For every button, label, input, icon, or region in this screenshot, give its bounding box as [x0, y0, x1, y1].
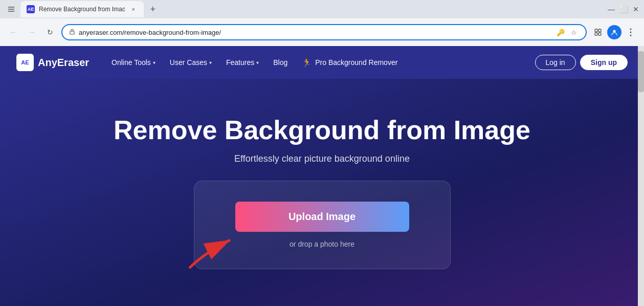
- more-options-button[interactable]: [624, 25, 638, 39]
- window-controls: — ⬜ ✕: [607, 5, 640, 13]
- key-icon[interactable]: 🔑: [555, 27, 566, 38]
- navbar: AE AnyEraser Online Tools ▾ User Cases ▾…: [0, 46, 644, 79]
- chevron-down-icon: ▾: [256, 60, 259, 65]
- svg-point-7: [630, 32, 632, 33]
- url-right-icons: 🔑 ☆: [555, 27, 580, 38]
- forward-button[interactable]: →: [25, 25, 39, 39]
- tab-list-button[interactable]: [4, 2, 18, 16]
- upload-image-button[interactable]: Upload Image: [235, 202, 409, 232]
- upload-card: Upload Image or drop a photo here: [194, 181, 451, 269]
- active-tab[interactable]: AE Remove Background from Imac ×: [20, 1, 144, 17]
- tab-title: Remove Background from Imac: [39, 6, 125, 13]
- svg-rect-3: [595, 33, 597, 35]
- nav-right: Log in Sign up: [535, 55, 628, 70]
- logo-text: AnyEraser: [38, 57, 89, 69]
- svg-point-8: [630, 35, 632, 36]
- profile-button[interactable]: [607, 25, 621, 39]
- browser-chrome: AE Remove Background from Imac × + — ⬜ ✕…: [0, 0, 644, 46]
- hero-subtitle: Effortlessly clear picture background on…: [234, 154, 410, 164]
- svg-point-6: [630, 29, 632, 30]
- scrollbar-thumb[interactable]: [638, 51, 644, 92]
- nav-item-online-tools[interactable]: Online Tools ▾: [105, 55, 162, 70]
- drop-text: or drop a photo here: [290, 240, 354, 248]
- chevron-down-icon: ▾: [209, 60, 212, 65]
- address-bar: ← → ↻ anyeraser.com/remove-background-fr…: [0, 18, 644, 46]
- new-tab-button[interactable]: +: [146, 2, 160, 16]
- refresh-button[interactable]: ↻: [43, 25, 57, 39]
- svg-rect-1: [595, 29, 597, 32]
- svg-rect-4: [598, 33, 601, 35]
- svg-point-5: [613, 30, 616, 33]
- url-text: anyeraser.com/remove-background-from-ima…: [79, 29, 552, 36]
- signup-button[interactable]: Sign up: [580, 55, 628, 70]
- login-button[interactable]: Log in: [535, 55, 576, 70]
- logo[interactable]: AE AnyEraser: [16, 54, 89, 71]
- svg-rect-2: [598, 29, 601, 32]
- svg-rect-0: [70, 31, 74, 34]
- pro-icon: 🏃: [302, 58, 312, 68]
- nav-items: Online Tools ▾ User Cases ▾ Features ▾ B…: [105, 55, 535, 71]
- tab-close-button[interactable]: ×: [129, 5, 138, 13]
- maximize-button[interactable]: ⬜: [619, 5, 628, 13]
- logo-icon: AE: [16, 54, 34, 71]
- nav-item-blog[interactable]: Blog: [267, 55, 294, 70]
- tab-favicon: AE: [27, 5, 35, 13]
- nav-item-features[interactable]: Features ▾: [220, 55, 265, 70]
- hero-section: Remove Background from Image Effortlessl…: [0, 79, 644, 306]
- scrollbar[interactable]: [638, 46, 644, 306]
- nav-item-pro[interactable]: 🏃 Pro Background Remover: [296, 55, 404, 71]
- minimize-button[interactable]: —: [607, 5, 615, 13]
- browser-right-buttons: [591, 25, 638, 39]
- chevron-down-icon: ▾: [153, 60, 156, 65]
- secure-icon: [69, 28, 76, 37]
- extensions-button[interactable]: [591, 25, 605, 39]
- nav-item-user-cases[interactable]: User Cases ▾: [164, 55, 218, 70]
- hero-title: Remove Background from Image: [114, 116, 530, 145]
- bookmark-icon[interactable]: ☆: [568, 27, 580, 38]
- website: AE AnyEraser Online Tools ▾ User Cases ▾…: [0, 46, 644, 306]
- back-button[interactable]: ←: [6, 25, 20, 39]
- title-bar: AE Remove Background from Imac × + — ⬜ ✕: [0, 0, 644, 18]
- close-window-button[interactable]: ✕: [632, 5, 640, 13]
- url-bar[interactable]: anyeraser.com/remove-background-from-ima…: [61, 24, 587, 40]
